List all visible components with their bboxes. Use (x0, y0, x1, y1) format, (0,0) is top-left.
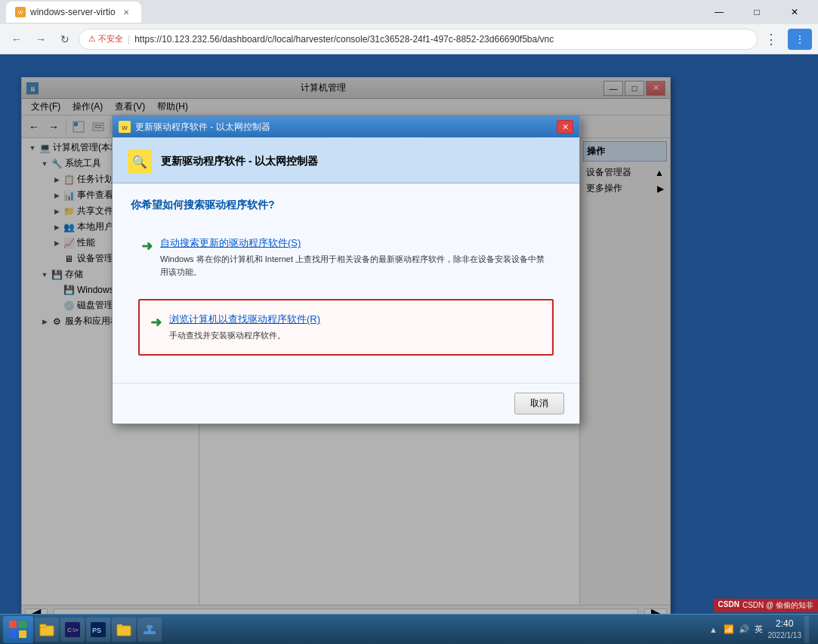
browser-window-controls: — □ ✕ (702, 0, 812, 24)
browser-minimize-button[interactable]: — (702, 0, 736, 24)
svg-rect-29 (148, 628, 151, 631)
svg-rect-28 (144, 631, 156, 634)
browse-driver-option[interactable]: ➜ 浏览计算机以查找驱动程序软件(R) 手动查找并安装驱动程序软件。 (138, 299, 554, 356)
dialog-titlebar: W 更新驱动程序软件 - 以太网控制器 ✕ (113, 116, 579, 137)
taskbar-show-desktop[interactable] (804, 616, 809, 643)
dialog-overlay: W 更新驱动程序软件 - 以太网控制器 ✕ 🔍 (22, 78, 670, 620)
refresh-button[interactable]: ↻ (54, 29, 76, 50)
dialog-title-icon: W (119, 121, 131, 133)
auto-search-arrow: ➜ (141, 238, 153, 254)
back-button[interactable]: ← (6, 29, 27, 50)
taskbar-right: ▲ 📶 🔊 英 2:40 2022/1/13 (708, 616, 816, 643)
taskbar-file-explorer[interactable] (35, 618, 59, 642)
taskbar-arrow-icon[interactable]: ▲ (708, 624, 720, 636)
chrome-menu-button[interactable]: ⋮ (761, 29, 782, 50)
auto-search-option[interactable]: ➜ 自动搜索更新的驱动程序软件(S) Windows 将在你的计算机和 Inte… (131, 227, 561, 287)
vnc-content: 🖥 计算机管理 — □ ✕ 文件(F) 操作(A) 查看(V) 帮助(H) (0, 54, 818, 644)
svg-text:W: W (18, 10, 23, 15)
tab-close-button[interactable]: ✕ (120, 6, 132, 18)
csdn-watermark: CSDN CSDN @ 偷偷的知非 (714, 599, 818, 612)
chrome-tab[interactable]: W windows-server-virtio ✕ (6, 2, 141, 23)
dialog-question: 你希望如何搜索驱动程序软件? (131, 199, 561, 212)
browser-maximize-button[interactable]: □ (739, 0, 774, 24)
dialog-footer: 取消 (113, 383, 579, 424)
dialog-header-text: 更新驱动程序软件 - 以太网控制器 (161, 155, 318, 168)
browse-title: 浏览计算机以查找驱动程序软件(R) (169, 313, 542, 326)
taskbar-network-icon[interactable]: 📶 (723, 624, 735, 636)
address-text: https://10.123.232.56/dashboard/c/local/… (134, 34, 554, 45)
taskbar-lang-icon[interactable]: 英 (753, 624, 765, 636)
cancel-button[interactable]: 取消 (514, 393, 564, 414)
windows-logo (9, 621, 27, 639)
auto-search-text: 自动搜索更新的驱动程序软件(S) Windows 将在你的计算机和 Intern… (160, 236, 551, 278)
svg-rect-30 (147, 625, 153, 628)
svg-rect-21 (40, 624, 46, 627)
dialog-header: 🔍 更新驱动程序软件 - 以太网控制器 (113, 137, 579, 183)
browse-text: 浏览计算机以查找驱动程序软件(R) 手动查找并安装驱动程序软件。 (169, 313, 542, 342)
chrome-toolbar: ← → ↻ ⚠ 不安全 | https://10.123.232.56/dash… (0, 24, 818, 54)
taskbar-folder[interactable] (112, 618, 136, 642)
taskbar-command-prompt[interactable]: C:\> (60, 618, 85, 642)
dialog-close-button[interactable]: ✕ (557, 120, 573, 134)
update-driver-dialog: W 更新驱动程序软件 - 以太网控制器 ✕ 🔍 (112, 116, 580, 424)
browse-desc: 手动查找并安装驱动程序软件。 (169, 329, 542, 342)
taskbar-clock[interactable]: 2:40 2022/1/13 (768, 618, 802, 640)
dialog-body: 你希望如何搜索驱动程序软件? ➜ 自动搜索更新的驱动程序软件(S) Window… (113, 183, 579, 383)
browser-close-button[interactable]: ✕ (777, 0, 812, 24)
csdn-logo: CSDN (718, 600, 739, 611)
chrome-browser: W windows-server-virtio ✕ — □ ✕ ← → ↻ ⚠ … (0, 0, 818, 644)
dialog-header-icon: 🔍 (128, 149, 152, 174)
svg-text:PS: PS (92, 627, 101, 634)
auto-search-title: 自动搜索更新的驱动程序软件(S) (160, 236, 551, 250)
dialog-title: 更新驱动程序软件 - 以太网控制器 (135, 121, 552, 134)
taskbar-network[interactable] (137, 618, 162, 642)
tab-title: windows-server-virtio (30, 7, 116, 17)
taskbar-date: 2022/1/13 (768, 630, 802, 640)
forward-button[interactable]: → (30, 29, 51, 50)
csdn-user: CSDN @ 偷偷的知非 (742, 600, 813, 611)
chrome-extension-button[interactable]: ⋮ (788, 29, 812, 50)
svg-text:W: W (122, 125, 128, 131)
auto-search-desc: Windows 将在你的计算机和 Internet 上查找用于相关设备的最新驱动… (160, 253, 551, 278)
svg-rect-27 (117, 624, 122, 627)
taskbar-sound-icon[interactable]: 🔊 (738, 624, 750, 636)
taskbar-powershell[interactable]: PS (86, 618, 110, 642)
taskbar-start-button[interactable] (3, 616, 33, 643)
svg-text:🔍: 🔍 (132, 155, 147, 169)
browse-arrow: ➜ (150, 314, 162, 331)
tab-favicon: W (15, 7, 26, 17)
computer-management-window: 🖥 计算机管理 — □ ✕ 文件(F) 操作(A) 查看(V) 帮助(H) (21, 77, 671, 621)
taskbar: C:\> PS ▲ 📶 🔊 英 (0, 614, 818, 644)
address-bar[interactable]: ⚠ 不安全 | https://10.123.232.56/dashboard/… (79, 29, 758, 50)
svg-text:C:\>: C:\> (67, 627, 79, 633)
taskbar-time: 2:40 (768, 618, 802, 630)
chrome-titlebar: W windows-server-virtio ✕ — □ ✕ (0, 0, 818, 24)
vnc-desktop: 🖥 计算机管理 — □ ✕ 文件(F) 操作(A) 查看(V) 帮助(H) (0, 54, 818, 644)
security-warning: ⚠ 不安全 (88, 33, 123, 45)
taskbar-system-icons: ▲ 📶 🔊 英 (708, 624, 765, 636)
